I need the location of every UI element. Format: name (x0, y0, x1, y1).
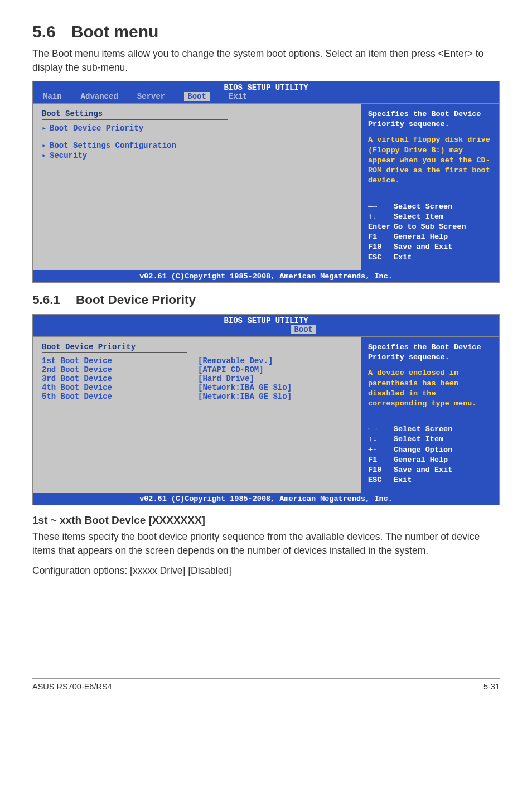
nav-key: Enter (368, 222, 394, 232)
nav-key: ESC (368, 253, 394, 263)
subsection-number: 5.6.1 (32, 293, 60, 307)
bios-screen-boot-settings: BIOS SETUP UTILITY Main Advanced Server … (32, 81, 500, 283)
intro-text: The Boot menu items allow you to change … (32, 47, 500, 74)
footer-page-number: 5-31 (483, 682, 500, 691)
page-footer: ASUS RS700-E6/RS4 5-31 (32, 678, 500, 691)
help-desc: Specifies the Boot Device Priority seque… (368, 342, 492, 363)
subsection-name: Boot Device Priority (76, 293, 196, 307)
bios-footer: v02.61 (C)Copyright 1985-2008, American … (33, 493, 499, 505)
section-number: 5.6 (32, 22, 56, 41)
help-desc: Specifies the Boot Device Priority seque… (368, 109, 492, 129)
tab-exit[interactable]: Exit (229, 92, 248, 101)
nav-keys: ←→Select Screen ↑↓Select Item +-Change O… (368, 424, 492, 485)
menu-item-label: Security (50, 151, 87, 160)
boot-device-label: 3rd Boot Device (42, 374, 198, 383)
bios-left-panel: Boot Settings ▸Boot Device Priority ▸Boo… (33, 104, 361, 270)
boot-device-row[interactable]: 2nd Boot Device[ATAPI CD-ROM] (42, 365, 352, 374)
divider (42, 352, 187, 353)
bios-footer: v02.61 (C)Copyright 1985-2008, American … (33, 270, 499, 282)
nav-key: ↑↓ (368, 212, 394, 222)
nav-key: F10 (368, 465, 394, 475)
boot-device-row[interactable]: 3rd Boot Device[Hard Drive] (42, 374, 352, 383)
chevron-right-icon: ▸ (42, 123, 50, 133)
bios-help-panel: Specifies the Boot Device Priority seque… (361, 104, 499, 270)
nav-label: Go to Sub Screen (394, 223, 466, 231)
nav-key: ↑↓ (368, 434, 394, 445)
tab-boot[interactable]: Boot (184, 92, 210, 101)
nav-key: ESC (368, 475, 394, 485)
boot-device-row[interactable]: 5th Boot Device[Network:IBA GE Slo] (42, 392, 352, 401)
boot-device-value: [Removable Dev.] (198, 356, 273, 365)
tab-advanced[interactable]: Advanced (81, 92, 118, 101)
footer-product: ASUS RS700-E6/RS4 (32, 682, 112, 691)
boot-device-label: 1st Boot Device (42, 356, 198, 365)
nav-label: Exit (394, 476, 412, 484)
boot-device-value: [Hard Drive] (198, 374, 254, 383)
tab-boot[interactable]: Boot (291, 325, 316, 334)
nav-label: Save and Exit (394, 243, 452, 251)
nav-label: Exit (394, 253, 412, 262)
boot-device-value: [Network:IBA GE Slo] (198, 392, 292, 401)
nav-key: ←→ (368, 424, 394, 434)
help-extra: A virtual floppy disk drive (Floppy Driv… (368, 135, 492, 186)
paragraph-title: 1st ~ xxth Boot Device [XXXXXXX] (32, 514, 500, 526)
section-name: Boot menu (71, 22, 159, 41)
menu-item-boot-device-priority[interactable]: ▸Boot Device Priority (42, 123, 352, 133)
boot-device-value: [ATAPI CD-ROM] (198, 365, 264, 374)
bios-header: BIOS SETUP UTILITY (33, 315, 499, 325)
nav-key: F1 (368, 455, 394, 465)
nav-label: Select Item (394, 212, 443, 221)
nav-label: Save and Exit (394, 466, 452, 474)
panel-title: Boot Settings (42, 109, 352, 118)
bios-tabs: Main Advanced Server Boot Exit (33, 92, 499, 103)
boot-device-label: 4th Boot Device (42, 383, 198, 392)
tab-main[interactable]: Main (43, 92, 62, 101)
nav-key: F1 (368, 232, 394, 242)
divider (42, 119, 228, 120)
bios-left-panel: Boot Device Priority 1st Boot Device[Rem… (33, 337, 361, 494)
menu-item-security[interactable]: ▸Security (42, 151, 352, 160)
tab-server[interactable]: Server (137, 92, 165, 101)
subsection-title: 5.6.1Boot Device Priority (32, 293, 500, 307)
bios-help-panel: Specifies the Boot Device Priority seque… (361, 337, 499, 494)
nav-label: Select Screen (394, 425, 452, 433)
paragraph-config-options: Configuration options: [xxxxx Drive] [Di… (32, 564, 500, 578)
nav-label: Select Item (394, 435, 443, 443)
help-extra: A device enclosed in parenthesis has bee… (368, 368, 492, 409)
nav-keys: ←→Select Screen ↑↓Select Item EnterGo to… (368, 202, 492, 263)
paragraph-body: These items specify the boot device prio… (32, 530, 500, 557)
nav-label: Change Option (394, 446, 452, 454)
section-title: 5.6Boot menu (32, 22, 500, 41)
chevron-right-icon: ▸ (42, 151, 50, 160)
boot-device-value: [Network:IBA GE Slo] (198, 383, 292, 392)
nav-key: +- (368, 445, 394, 455)
boot-device-row[interactable]: 4th Boot Device[Network:IBA GE Slo] (42, 383, 352, 392)
nav-label: General Help (394, 233, 448, 241)
boot-device-row[interactable]: 1st Boot Device[Removable Dev.] (42, 356, 352, 365)
nav-label: Select Screen (394, 202, 452, 211)
nav-label: General Help (394, 456, 448, 464)
boot-device-label: 2nd Boot Device (42, 365, 198, 374)
menu-item-label: Boot Device Priority (50, 124, 143, 133)
bios-header: BIOS SETUP UTILITY (33, 81, 499, 92)
menu-item-boot-settings-config[interactable]: ▸Boot Settings Configuration (42, 141, 352, 150)
bios-tabs: Main Advanced Server Boot Exit (33, 325, 499, 336)
panel-title: Boot Device Priority (42, 342, 352, 351)
nav-key: F10 (368, 242, 394, 252)
boot-device-label: 5th Boot Device (42, 392, 198, 401)
nav-key: ←→ (368, 202, 394, 212)
bios-screen-boot-device-priority: BIOS SETUP UTILITY Main Advanced Server … (32, 314, 500, 506)
chevron-right-icon: ▸ (42, 141, 50, 150)
menu-item-label: Boot Settings Configuration (50, 141, 176, 150)
